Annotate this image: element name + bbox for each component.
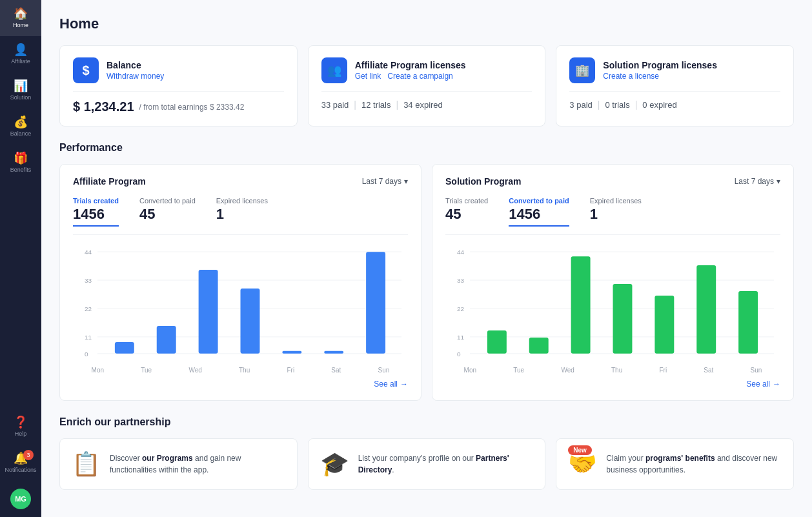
svg-rect-12 (199, 270, 218, 354)
sidebar-item-notifications[interactable]: 3 🔔 Notifications (0, 445, 41, 481)
affiliate-metric-expired[interactable]: Expired licenses 1 (216, 197, 268, 227)
sidebar-item-affiliate[interactable]: 👤 Affiliate (0, 36, 41, 72)
affiliate-paid: 33 paid (321, 100, 349, 110)
affiliate-see-all-link[interactable]: See all → (374, 380, 408, 389)
svg-text:33: 33 (457, 277, 465, 284)
withdraw-money-link[interactable]: Withdraw money (107, 72, 164, 81)
affiliate-metric-converted[interactable]: Converted to paid 45 (139, 197, 196, 227)
create-campaign-link[interactable]: Create a campaign (387, 72, 452, 81)
enrich-directory-text: List your company's profile on our Partn… (358, 452, 534, 476)
svg-text:44: 44 (457, 248, 465, 256)
day-thu-affiliate: Thu (239, 367, 250, 374)
day-fri-affiliate: Fri (287, 367, 294, 374)
balance-sub: / from total earnings $ 2333.42 (139, 103, 245, 112)
new-badge: New (568, 445, 592, 455)
home-icon: 🏠 (14, 8, 28, 19)
balance-card-title: Balance (107, 60, 164, 70)
svg-text:33: 33 (85, 277, 92, 284)
day-wed-affiliate: Wed (188, 367, 201, 374)
solution-see-all: See all → (445, 380, 780, 389)
affiliate-perf-title: Affiliate Program (73, 176, 146, 187)
sidebar-item-help[interactable]: ❓ Help (0, 409, 41, 445)
solution-perf-title: Solution Program (445, 176, 521, 187)
svg-text:11: 11 (457, 334, 465, 341)
affiliate-chart-labels: Mon Tue Wed Thu Fri Sat Sun (73, 367, 408, 374)
svg-rect-11 (157, 326, 176, 354)
balance-icon: 💰 (14, 116, 28, 128)
affiliate-trials: 12 trials (361, 100, 391, 110)
svg-rect-31 (655, 296, 674, 354)
solution-bar-chart: 44 33 22 11 0 (445, 245, 780, 361)
svg-rect-15 (324, 351, 343, 354)
sidebar: 🏠 Home 👤 Affiliate 📊 Solution 💰 Balance … (0, 0, 41, 517)
notification-badge: 3 (23, 450, 34, 460)
solution-card-title: Solution Program licenses (603, 60, 717, 70)
solution-metrics: Trials created 45 Converted to paid 1456… (445, 197, 780, 235)
solution-metric-converted[interactable]: Converted to paid 1456 (509, 197, 569, 227)
svg-text:22: 22 (457, 305, 465, 312)
sidebar-item-solution[interactable]: 📊 Solution (0, 72, 41, 108)
affiliate-metric-trials[interactable]: Trials created 1456 (73, 197, 119, 227)
affiliate-metrics: Trials created 1456 Converted to paid 45… (73, 197, 408, 235)
affiliate-period-selector[interactable]: Last 7 days ▾ (362, 177, 408, 186)
affiliate-chart: 44 33 22 11 0 (73, 245, 408, 374)
directory-icon: 🎓 (320, 451, 349, 478)
solution-chart-labels: Mon Tue Wed Thu Fri Sat Sun (445, 367, 780, 374)
svg-rect-13 (241, 289, 260, 354)
solution-licenses-card: 🏢 Solution Program licenses Create a lic… (556, 45, 794, 127)
affiliate-bar-chart: 44 33 22 11 0 (73, 245, 408, 361)
enrich-cards: 📋 Discover our Programs and gain new fun… (59, 438, 794, 490)
solution-chart: 44 33 22 11 0 (445, 245, 780, 374)
enrich-benefits-text: Claim your programs' benefits and discov… (606, 452, 782, 476)
solution-perf-card: Solution Program Last 7 days ▾ Trials cr… (432, 164, 794, 401)
sidebar-item-home[interactable]: 🏠 Home (0, 0, 41, 36)
svg-text:22: 22 (85, 305, 92, 312)
create-license-link[interactable]: Create a license (603, 72, 659, 81)
balance-value: $ 1,234.21 (73, 99, 134, 114)
page-title: Home (59, 15, 794, 32)
affiliate-expired: 34 expired (403, 100, 443, 110)
affiliate-card-title: Affiliate Program licenses (355, 60, 466, 70)
main-content: Home $ Balance Withdraw money $ 1,234.21… (41, 0, 812, 517)
solution-metric-trials[interactable]: Trials created 45 (445, 197, 488, 227)
solution-see-all-link[interactable]: See all → (746, 380, 780, 389)
balance-card-icon: $ (73, 57, 99, 83)
enrich-card-directory[interactable]: 🎓 List your company's profile on our Par… (308, 438, 546, 490)
solution-expired: 0 expired (642, 100, 676, 110)
day-thu-solution: Thu (611, 367, 622, 374)
solution-card-icon: 🏢 (569, 57, 595, 83)
svg-rect-32 (696, 265, 716, 354)
affiliate-card-icon: 👥 (321, 57, 347, 83)
programs-icon: 📋 (72, 451, 101, 478)
chevron-down-icon: ▾ (404, 177, 408, 186)
performance-section: Performance Affiliate Program Last 7 day… (59, 142, 794, 401)
solution-metric-expired[interactable]: Expired licenses 1 (590, 197, 642, 227)
svg-rect-10 (115, 342, 134, 354)
day-tue-affiliate: Tue (141, 367, 152, 374)
sidebar-item-balance[interactable]: 💰 Balance (0, 108, 41, 145)
benefits-icon: 🎁 (14, 152, 28, 164)
enrich-card-benefits[interactable]: 🤝 New Claim your programs' benefits and … (556, 438, 794, 490)
day-mon-solution: Mon (464, 367, 476, 374)
performance-title: Performance (59, 142, 794, 154)
svg-rect-27 (487, 330, 507, 354)
svg-text:0: 0 (85, 350, 88, 358)
avatar: MG (10, 489, 31, 509)
day-tue-solution: Tue (513, 367, 524, 374)
day-sun-affiliate: Sun (378, 367, 390, 374)
solution-period-selector[interactable]: Last 7 days ▾ (735, 177, 780, 186)
day-sun-solution: Sun (751, 367, 762, 374)
sidebar-item-benefits[interactable]: 🎁 Benefits (0, 145, 41, 181)
performance-grid: Affiliate Program Last 7 days ▾ Trials c… (59, 164, 794, 401)
svg-rect-33 (738, 291, 758, 354)
svg-rect-16 (366, 252, 385, 354)
day-fri-solution: Fri (659, 367, 667, 374)
enrich-card-programs[interactable]: 📋 Discover our Programs and gain new fun… (59, 438, 298, 490)
get-link-link[interactable]: Get link (355, 72, 381, 81)
balance-card: $ Balance Withdraw money $ 1,234.21 / fr… (59, 45, 298, 127)
sidebar-item-avatar[interactable]: MG (0, 481, 41, 517)
svg-rect-29 (571, 256, 591, 354)
arrow-right-icon: → (773, 380, 780, 389)
svg-text:44: 44 (85, 248, 92, 256)
help-icon: ❓ (14, 416, 28, 428)
